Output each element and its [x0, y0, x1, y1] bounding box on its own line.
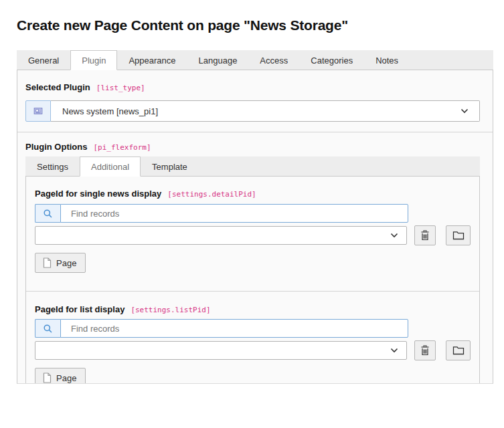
main-tabbar: General Plugin Appearance Language Acces…	[17, 50, 493, 70]
field-divider	[26, 291, 479, 292]
listpid-search-input[interactable]	[60, 319, 408, 338]
tab-appearance[interactable]: Appearance	[117, 50, 187, 70]
folder-icon	[452, 346, 465, 355]
page-icon	[43, 257, 52, 268]
trash-icon	[420, 345, 430, 356]
remove-selected-button[interactable]	[414, 340, 436, 360]
search-icon	[35, 319, 60, 338]
search-icon	[35, 204, 60, 223]
trash-icon	[420, 230, 430, 241]
selected-plugin-label: Selected Plugin	[25, 82, 90, 92]
listpid-label: PageId for list display	[35, 304, 124, 314]
page-title: Create new Page Content on page "News St…	[17, 17, 504, 33]
listpid-search-group	[35, 319, 408, 338]
detailpid-field-code: [settings.detailPid]	[167, 190, 256, 199]
browse-records-button[interactable]	[446, 340, 471, 360]
add-page-record-button[interactable]: Page	[35, 368, 86, 384]
chevron-down-icon	[460, 108, 469, 114]
selected-plugin-field-code: [list_type]	[96, 84, 145, 92]
tab-plugin[interactable]: Plugin	[70, 50, 117, 70]
chevron-down-icon	[390, 233, 398, 238]
listpid-selected-row	[35, 340, 471, 360]
tab-additional[interactable]: Additional	[80, 156, 141, 177]
tab-general[interactable]: General	[17, 50, 70, 70]
section-divider	[17, 132, 493, 132]
tab-language[interactable]: Language	[187, 50, 249, 70]
listpid-selected-list[interactable]	[35, 341, 407, 360]
detailpid-selected-list[interactable]	[35, 226, 407, 245]
chevron-down-icon	[390, 348, 398, 353]
page-button-label: Page	[56, 258, 76, 268]
plugin-options-label: Plugin Options	[25, 142, 87, 152]
detailpid-selected-row	[35, 225, 471, 245]
tab-access[interactable]: Access	[248, 50, 299, 70]
browse-records-button[interactable]	[446, 225, 471, 245]
remove-selected-button[interactable]	[414, 225, 436, 245]
add-page-record-button[interactable]: Page	[35, 253, 86, 273]
folder-icon	[452, 231, 465, 240]
tab-template[interactable]: Template	[141, 156, 199, 177]
plugin-tab-panel: Selected Plugin [list_type] News system …	[17, 70, 493, 384]
plugin-options-field-code: [pi_flexform]	[93, 143, 151, 152]
tab-notes[interactable]: Notes	[364, 50, 410, 70]
tab-categories[interactable]: Categories	[299, 50, 364, 70]
detailpid-search-input[interactable]	[60, 204, 408, 223]
newspaper-icon	[25, 100, 51, 122]
record-edit-form: General Plugin Appearance Language Acces…	[17, 50, 493, 384]
additional-tab-panel: PageId for single news display [settings…	[25, 177, 480, 384]
listpid-field-code: [settings.listPid]	[131, 306, 210, 314]
flexform-tabbar: Settings Additional Template	[25, 156, 480, 177]
page-icon	[43, 372, 52, 383]
detailpid-search-group	[35, 204, 408, 223]
tab-settings[interactable]: Settings	[25, 156, 80, 177]
selected-plugin-value: News system [news_pi1]	[62, 106, 158, 116]
detailpid-label: PageId for single news display	[35, 189, 161, 199]
page-button-label: Page	[56, 373, 76, 383]
selected-plugin-select[interactable]: News system [news_pi1]	[51, 100, 480, 122]
selected-plugin-select-group: News system [news_pi1]	[25, 100, 480, 122]
